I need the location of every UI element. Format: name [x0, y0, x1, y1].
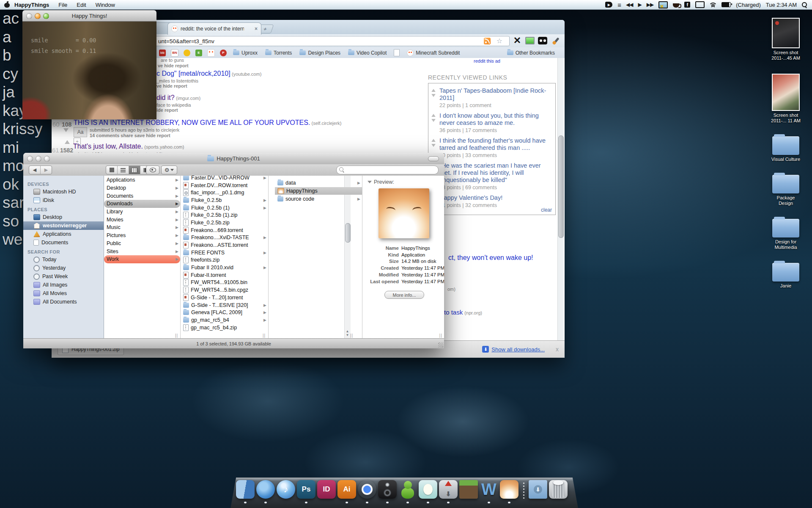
- zoom-button[interactable]: [44, 156, 50, 162]
- menu-file[interactable]: File: [54, 0, 72, 9]
- dock-item-finder[interactable]: [236, 480, 255, 501]
- forward-button[interactable]: ▶: [41, 166, 52, 174]
- sidebar-item[interactable]: Documents: [23, 238, 104, 247]
- post-buttons[interactable]: 14 comments share save hide report: [90, 133, 170, 138]
- icon-view-button[interactable]: [106, 166, 118, 174]
- finder-folder-row[interactable]: Work ▶: [104, 255, 180, 263]
- column-view-button[interactable]: [129, 166, 140, 174]
- wifi-icon[interactable]: [710, 3, 716, 7]
- bookmark-bn-icon[interactable]: BN: [171, 49, 178, 57]
- finder-file-row[interactable]: Faster.DV...VID-ARROW ▶: [181, 176, 268, 182]
- finder-item-row[interactable]: source code ▶: [275, 195, 362, 203]
- column-resize-handle[interactable]: ||: [175, 333, 178, 338]
- finder-file-row[interactable]: Fubar-II.torrent ▶: [181, 271, 268, 279]
- dock-item-separator[interactable]: [520, 480, 527, 501]
- back-button[interactable]: ◀: [29, 166, 41, 174]
- sidebar-item[interactable]: westonvierregger: [23, 221, 104, 230]
- playlist-icon[interactable]: ≡: [617, 1, 621, 8]
- dock-item-happythings[interactable]: [500, 480, 518, 501]
- finder-file-row[interactable]: Fluke_0.2.5b (1) ▶: [181, 204, 268, 212]
- finder-file-row[interactable]: freefonts.zip ▶: [181, 257, 268, 264]
- bookmark-folder-video-copilot[interactable]: Video Copilot: [344, 50, 390, 56]
- desktop-icon[interactable]: Janie: [761, 263, 810, 289]
- sidebar-item[interactable]: All Movies: [23, 289, 104, 298]
- finder-file-row[interactable]: G-Side - T...20].torrent ▶: [181, 294, 268, 301]
- link-title[interactable]: I think the founding father's would have…: [439, 137, 546, 151]
- dock-item-chat-bubble[interactable]: [419, 480, 437, 501]
- quick-look-button[interactable]: [146, 166, 159, 174]
- downvote-arrow-icon[interactable]: [431, 144, 436, 147]
- bookmark-folder-torrents[interactable]: Torrents: [261, 50, 296, 56]
- finder-file-row[interactable]: Fubar II 2010.xvid ▶: [181, 264, 268, 271]
- link-title[interactable]: "He was the scariest man I have ever met…: [439, 162, 541, 183]
- finder-folder-row[interactable]: Desktop ▶: [104, 184, 180, 192]
- list-view-button[interactable]: [118, 166, 129, 174]
- close-button[interactable]: [27, 156, 33, 162]
- desktop-icon[interactable]: Screen shot 2011-... 11 AM: [761, 74, 810, 124]
- finder-item-row[interactable]: HappyThings ▶: [275, 187, 362, 195]
- column-resize-handle[interactable]: ||: [263, 333, 266, 338]
- bookmark-minecraft-subreddit[interactable]: Minecraft Subreddit: [403, 50, 464, 56]
- finder-search-input[interactable]: [336, 166, 439, 174]
- sidebar-item[interactable]: Desktop: [23, 213, 104, 221]
- dock-item-downloads[interactable]: [529, 480, 547, 501]
- finder-file-row[interactable]: Fluke_0.2.5b.zip ▶: [181, 219, 268, 226]
- post-buttons[interactable]: ve hide report: [156, 83, 261, 88]
- sidebar-item[interactable]: iDisk: [23, 196, 104, 204]
- column-resize-handle[interactable]: ||: [439, 333, 442, 338]
- play-icon[interactable]: ▶: [638, 2, 642, 8]
- finder-file-row[interactable]: flac_impor..._p0.1.dmg ▶: [181, 189, 268, 196]
- dock-item-speaker[interactable]: [378, 480, 397, 501]
- finder-file-row[interactable]: Freakono...669.torrent ▶: [181, 226, 268, 234]
- close-button[interactable]: [26, 13, 32, 19]
- bookmark-page-icon[interactable]: [394, 49, 400, 56]
- finder-file-row[interactable]: Faster.DV...ROW.torrent ▶: [181, 182, 268, 189]
- finder-folder-row[interactable]: Documents ▶: [104, 192, 180, 200]
- finder-folder-row[interactable]: Movies ▶: [104, 215, 180, 224]
- bookmark-folder-uproxx[interactable]: Uproxx: [229, 50, 261, 56]
- sidebar-item[interactable]: All Images: [23, 281, 104, 289]
- dock-item-illustrator[interactable]: Ai: [337, 480, 356, 501]
- displays-icon[interactable]: [695, 1, 705, 8]
- upvote-arrow-icon[interactable]: [431, 139, 436, 142]
- downvote-arrow-icon[interactable]: [63, 128, 69, 132]
- dock-item-trash[interactable]: [549, 480, 568, 501]
- text-fragment-wake[interactable]: ct, they won't even wake up!: [448, 254, 533, 262]
- desktop-icon[interactable]: Screen shot 2011-...45 AM: [761, 18, 810, 61]
- dock-item-minecraft[interactable]: [459, 480, 478, 501]
- upvote-arrow-icon[interactable]: [65, 140, 70, 144]
- sidebar-item[interactable]: Applications: [23, 230, 104, 238]
- finder-folder-row[interactable]: Sites ▶: [104, 247, 180, 255]
- resize-grip[interactable]: [438, 342, 443, 348]
- post-title-link[interactable]: did it?: [156, 94, 175, 101]
- finder-folder-row[interactable]: Downloads ▶: [104, 200, 180, 208]
- minimize-button[interactable]: [36, 156, 41, 162]
- minimize-button[interactable]: [35, 13, 41, 19]
- media-app-icon[interactable]: ▶: [605, 2, 612, 8]
- link-title[interactable]: Tapes n' Tapes-Badaboom [Indie Rock-2011…: [439, 87, 546, 101]
- other-bookmarks-button[interactable]: Other Bookmarks: [503, 50, 559, 56]
- screenshare-extension-icon[interactable]: [524, 36, 535, 46]
- dock-item-photoshop[interactable]: Ps: [297, 480, 315, 501]
- finder-file-row[interactable]: Fluke_0.2.5b (1).zip ▶: [181, 211, 268, 219]
- upvote-arrow-icon[interactable]: [431, 89, 436, 92]
- address-bar[interactable]: unt=50&after=t3_fl5nv ☆: [104, 36, 510, 46]
- dock-item-installer[interactable]: [439, 480, 458, 501]
- tab-reddit[interactable]: reddit: the voice of the intern ×: [167, 22, 261, 35]
- bookmark-yellow-icon[interactable]: [184, 50, 190, 56]
- rewind-icon[interactable]: ◀◀: [626, 2, 633, 8]
- link-title[interactable]: I don't know about you, but this thing n…: [439, 112, 539, 126]
- tab-close-icon[interactable]: ×: [255, 26, 258, 32]
- action-menu-button[interactable]: ⚙: [161, 166, 177, 174]
- downvote-arrow-icon[interactable]: [431, 119, 436, 122]
- post-buttons[interactable]: ve hide report: [158, 63, 189, 68]
- sidebar-item[interactable]: Past Week: [23, 272, 104, 281]
- apple-menu-icon[interactable]: [4, 2, 10, 8]
- finder-file-row[interactable]: gp_mac_rc5_b4 ▶: [181, 316, 268, 324]
- finder-titlebar[interactable]: HappyThings-001: [23, 153, 444, 165]
- sidebar-item[interactable]: Today: [23, 255, 104, 264]
- post-title-link[interactable]: c Dog" [metal/rock,2010]: [156, 70, 230, 77]
- webcam-titlebar[interactable]: Happy Things!: [22, 10, 156, 22]
- show-all-downloads-link[interactable]: ⬇ Show all downloads...: [482, 346, 545, 353]
- finder-folder-row[interactable]: Library ▶: [104, 208, 180, 216]
